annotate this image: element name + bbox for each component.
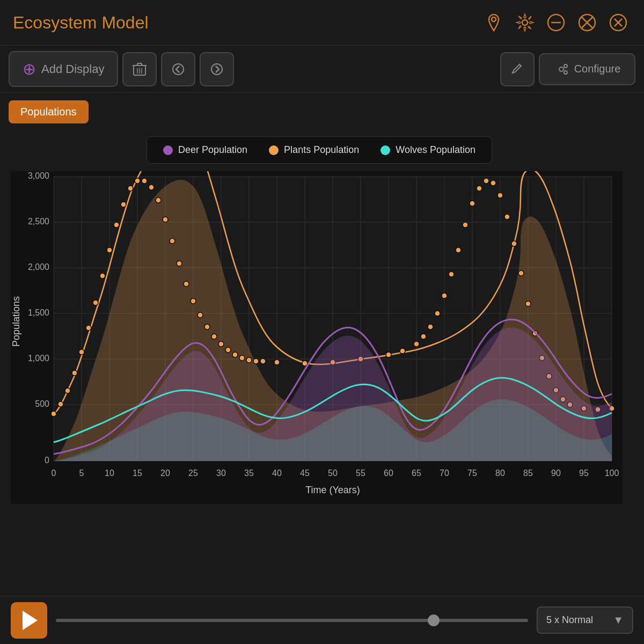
svg-text:1,500: 1,500 bbox=[28, 308, 49, 317]
svg-text:35: 35 bbox=[244, 469, 254, 478]
svg-point-105 bbox=[211, 334, 217, 339]
svg-text:60: 60 bbox=[384, 469, 393, 478]
add-display-label: Add Display bbox=[41, 62, 104, 76]
svg-point-101 bbox=[184, 281, 189, 287]
toolbar: ⊕ Add Display bbox=[0, 45, 644, 93]
svg-point-121 bbox=[428, 324, 433, 330]
svg-point-129 bbox=[484, 178, 489, 184]
svg-point-120 bbox=[421, 334, 426, 339]
svg-text:40: 40 bbox=[272, 469, 282, 478]
speed-label: 5 x Normal bbox=[546, 614, 593, 626]
app-header: Ecosystem Model bbox=[0, 0, 644, 45]
svg-text:3,000: 3,000 bbox=[28, 171, 49, 180]
svg-point-111 bbox=[253, 358, 259, 364]
svg-point-93 bbox=[128, 186, 133, 191]
svg-point-85 bbox=[72, 370, 77, 376]
x-axis-label: Time (Years) bbox=[305, 485, 360, 495]
svg-text:90: 90 bbox=[551, 469, 561, 478]
settings-icon[interactable] bbox=[512, 10, 538, 35]
plus-icon: ⊕ bbox=[23, 60, 36, 78]
chart-svg-wrapper: 3,000 2,500 2,000 1,500 1,000 500 0 0 5 … bbox=[11, 171, 628, 506]
svg-point-1 bbox=[522, 20, 528, 25]
tab-populations[interactable]: Populations bbox=[9, 100, 89, 123]
svg-text:0: 0 bbox=[45, 456, 49, 465]
svg-text:25: 25 bbox=[188, 469, 198, 478]
svg-point-84 bbox=[65, 388, 70, 393]
svg-line-20 bbox=[519, 64, 521, 66]
configure-button[interactable]: Configure bbox=[539, 53, 635, 85]
svg-point-124 bbox=[449, 272, 454, 277]
plants-dot bbox=[269, 145, 279, 155]
svg-point-125 bbox=[456, 247, 461, 253]
svg-point-107 bbox=[225, 347, 231, 353]
svg-point-128 bbox=[477, 186, 482, 191]
tab-bar: Populations bbox=[0, 93, 644, 131]
svg-point-126 bbox=[463, 222, 468, 228]
tab-populations-label: Populations bbox=[20, 106, 77, 118]
svg-text:95: 95 bbox=[579, 469, 589, 478]
svg-point-104 bbox=[204, 324, 210, 330]
close-circle-icon[interactable] bbox=[605, 10, 631, 35]
playback-slider[interactable] bbox=[56, 619, 528, 622]
speed-select[interactable]: 5 x Normal ▼ bbox=[537, 606, 633, 634]
svg-text:45: 45 bbox=[300, 469, 310, 478]
svg-point-127 bbox=[470, 201, 475, 206]
no-entry-icon[interactable] bbox=[574, 10, 600, 35]
svg-point-21 bbox=[559, 67, 564, 71]
svg-point-96 bbox=[149, 185, 154, 190]
deer-legend-label: Deer Population bbox=[178, 144, 247, 156]
chevron-down-icon: ▼ bbox=[613, 614, 624, 626]
svg-point-19 bbox=[211, 64, 222, 75]
add-display-button[interactable]: ⊕ Add Display bbox=[9, 51, 118, 87]
svg-point-123 bbox=[442, 293, 447, 298]
svg-point-22 bbox=[564, 64, 567, 68]
svg-point-23 bbox=[564, 71, 567, 74]
svg-point-134 bbox=[518, 270, 524, 276]
svg-point-89 bbox=[100, 273, 105, 279]
svg-point-102 bbox=[191, 298, 196, 304]
svg-text:70: 70 bbox=[440, 469, 449, 478]
edit-button[interactable] bbox=[500, 52, 535, 86]
main-chart: 3,000 2,500 2,000 1,500 1,000 500 0 0 5 … bbox=[11, 171, 623, 504]
play-button[interactable] bbox=[11, 602, 47, 639]
svg-text:30: 30 bbox=[216, 469, 226, 478]
svg-point-132 bbox=[504, 214, 510, 219]
svg-point-114 bbox=[302, 361, 308, 366]
configure-label: Configure bbox=[574, 63, 621, 75]
svg-point-133 bbox=[511, 241, 517, 246]
deer-dot bbox=[163, 145, 173, 155]
svg-point-112 bbox=[260, 358, 266, 364]
svg-point-86 bbox=[79, 349, 84, 355]
svg-point-97 bbox=[156, 197, 161, 203]
svg-text:55: 55 bbox=[356, 469, 365, 478]
minus-circle-icon[interactable] bbox=[543, 10, 569, 35]
delete-button[interactable] bbox=[122, 52, 157, 86]
location-icon[interactable] bbox=[481, 10, 507, 35]
svg-point-82 bbox=[51, 411, 56, 416]
svg-point-99 bbox=[170, 238, 175, 244]
svg-point-113 bbox=[274, 360, 280, 365]
svg-point-87 bbox=[86, 325, 91, 331]
svg-text:85: 85 bbox=[523, 469, 533, 478]
legend-item-wolves: Wolves Population bbox=[380, 144, 475, 156]
svg-point-106 bbox=[218, 341, 224, 347]
svg-text:5: 5 bbox=[79, 469, 84, 478]
svg-text:500: 500 bbox=[35, 399, 49, 408]
svg-point-135 bbox=[525, 301, 531, 306]
wolves-legend-label: Wolves Population bbox=[396, 144, 475, 156]
wolves-dot bbox=[380, 145, 390, 155]
svg-text:1,000: 1,000 bbox=[28, 354, 49, 363]
svg-point-109 bbox=[239, 355, 245, 361]
svg-point-110 bbox=[246, 357, 252, 363]
svg-point-130 bbox=[491, 180, 496, 186]
svg-text:75: 75 bbox=[467, 469, 477, 478]
svg-text:65: 65 bbox=[412, 469, 421, 478]
y-axis-label: Populations bbox=[11, 296, 21, 347]
svg-point-94 bbox=[135, 178, 140, 184]
chart-legend: Deer Population Plants Population Wolves… bbox=[147, 136, 492, 164]
forward-button[interactable] bbox=[200, 52, 234, 86]
svg-point-88 bbox=[93, 300, 98, 305]
svg-point-18 bbox=[173, 64, 184, 75]
svg-point-90 bbox=[107, 247, 112, 253]
back-button[interactable] bbox=[161, 52, 195, 86]
